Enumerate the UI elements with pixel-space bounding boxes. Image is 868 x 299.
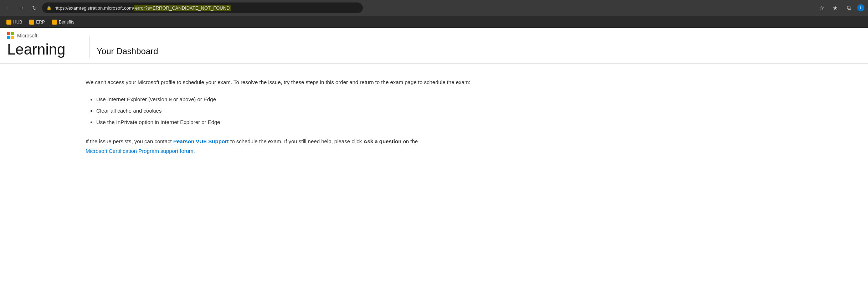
bookmark-benefits-label: Benefits — [59, 20, 74, 25]
ms-logo-green — [11, 32, 14, 35]
back-button[interactable]: ← — [4, 3, 14, 13]
support-text-after: on the — [401, 138, 418, 144]
ms-logo-yellow — [11, 36, 14, 39]
ms-logo-blue — [7, 36, 10, 39]
page-title-learning: Learning — [7, 41, 86, 58]
ms-logo-grid — [7, 32, 14, 39]
url-highlight: error?s=ERROR_CANDIDATE_NOT_FOUND — [134, 5, 231, 11]
support-text-end: . — [194, 148, 195, 154]
url-base: https://examregistration.microsoft.com/ — [55, 5, 134, 11]
favorites-button[interactable]: ★ — [830, 3, 840, 13]
bookmark-erp-label: ERP — [36, 20, 45, 25]
pearson-vue-support-link[interactable]: Pearson VUE Support — [173, 138, 229, 144]
ms-logo-red — [7, 32, 10, 35]
ms-certification-forum-link[interactable]: Microsoft Certification Program support … — [86, 148, 194, 154]
forward-button[interactable]: → — [16, 3, 26, 13]
bookmark-benefits[interactable]: Benefits — [49, 19, 77, 26]
address-url: https://examregistration.microsoft.com/e… — [55, 5, 359, 11]
page-title-dashboard: Your Dashboard — [89, 36, 165, 58]
support-text-middle: to schedule the exam. If you still need … — [229, 138, 364, 144]
support-text-before: If the issue persists, you can contact — [86, 138, 173, 144]
ms-logo-section: Microsoft Learning — [7, 32, 86, 58]
bookmark-folder-icon-3 — [52, 20, 57, 25]
bookmark-hub-label: HUB — [13, 20, 22, 25]
ms-header: Microsoft Learning Your Dashboard — [0, 28, 868, 64]
profile-button[interactable]: L — [857, 4, 864, 11]
ask-question-label: Ask a question — [364, 138, 402, 144]
steps-list: Use Internet Explorer (version 9 or abov… — [86, 95, 492, 127]
refresh-button[interactable]: ↻ — [29, 3, 39, 13]
bookmark-folder-icon — [6, 20, 11, 25]
page-content: Microsoft Learning Your Dashboard We can… — [0, 28, 868, 299]
browser-chrome: ← → ↻ 🔒 https://examregistration.microso… — [0, 0, 868, 28]
lock-icon: 🔒 — [46, 5, 52, 10]
list-item: Use the InPrivate option in Internet Exp… — [96, 118, 492, 127]
error-description: We can't access your Microsoft profile t… — [86, 78, 492, 87]
browser-toolbar: ← → ↻ 🔒 https://examregistration.microso… — [0, 0, 868, 16]
bookmark-hub[interactable]: HUB — [4, 19, 25, 26]
tab-manager-button[interactable]: ⧉ — [844, 3, 854, 13]
bookmark-folder-icon-2 — [29, 20, 34, 25]
list-item: Use Internet Explorer (version 9 or abov… — [96, 95, 492, 104]
browser-actions: ☆ ★ ⧉ L — [817, 3, 864, 13]
bookmarks-bar: HUB ERP Benefits — [0, 16, 868, 28]
ms-logo: Microsoft — [7, 32, 86, 39]
list-item: Clear all cache and cookies — [96, 107, 492, 115]
support-text: If the issue persists, you can contact P… — [86, 136, 492, 156]
main-content: We can't access your Microsoft profile t… — [0, 64, 499, 170]
ms-logo-text: Microsoft — [17, 33, 37, 38]
add-favorites-button[interactable]: ☆ — [817, 3, 827, 13]
address-bar[interactable]: 🔒 https://examregistration.microsoft.com… — [42, 2, 363, 13]
bookmark-erp[interactable]: ERP — [26, 19, 48, 26]
